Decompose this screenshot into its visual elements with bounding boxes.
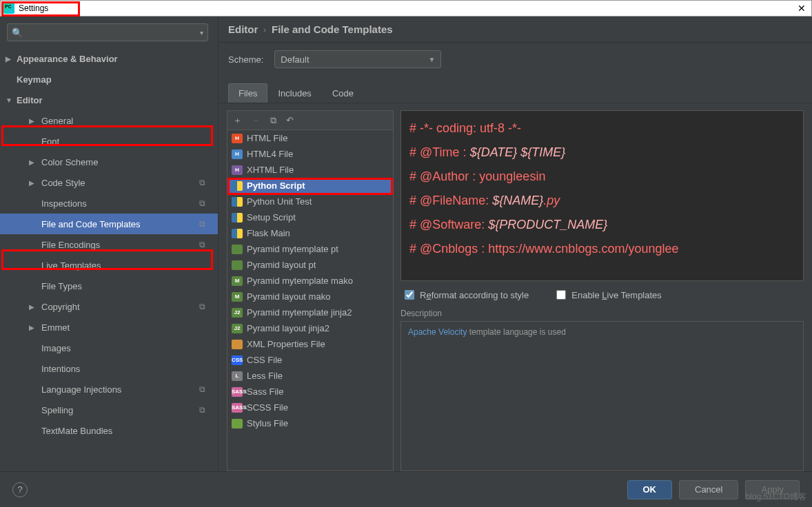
file-item-label: Pyramid layout mako [247, 291, 330, 302]
file-type-icon: H [232, 149, 243, 159]
sidebar-item-label: Spelling [41, 405, 73, 415]
sidebar-item[interactable]: TextMate Bundles [0, 420, 218, 441]
tab-includes[interactable]: Includes [267, 83, 321, 103]
sidebar-item[interactable]: Language Injections⧉ [0, 379, 218, 400]
sidebar-item-label: Language Injections [41, 384, 121, 395]
reformat-checkbox-input[interactable] [405, 290, 414, 300]
template-file-item[interactable]: XML Properties File [227, 336, 393, 352]
arrow-icon: ▶ [6, 55, 14, 63]
file-item-label: SCSS File [247, 402, 288, 413]
cancel-button[interactable]: Cancel [679, 480, 738, 499]
enable-live-templates-checkbox[interactable]: Enable Live Templates [556, 290, 662, 300]
sidebar-item-label: Font [41, 136, 59, 147]
sidebar-item-label: Inspections [41, 198, 87, 209]
template-file-item[interactable]: J2Pyramid layout jinja2 [227, 320, 393, 336]
template-file-item[interactable]: Stylus File [227, 415, 393, 431]
file-type-icon [232, 213, 243, 223]
file-type-icon: J2 [232, 324, 243, 333]
description-label: Description [400, 309, 804, 318]
template-file-item[interactable]: Flask Main [227, 225, 393, 241]
file-item-label: Sass File [247, 386, 283, 397]
file-type-icon [232, 229, 243, 238]
file-type-icon [232, 181, 243, 191]
project-badge-icon: ⧉ [199, 178, 205, 187]
file-type-icon [232, 419, 243, 428]
sidebar-item-label: Live Templates [41, 260, 101, 271]
template-code-editor[interactable]: # -*- coding: utf-8 -*- # @Time : ${DATE… [400, 110, 804, 281]
code-var: ${PRODUCT_NAME} [485, 218, 607, 231]
search-icon: 🔍 [12, 28, 23, 38]
template-file-item[interactable]: Pyramid mytemplate pt [227, 241, 393, 257]
template-file-item[interactable]: LLess File [227, 368, 393, 384]
sidebar-item[interactable]: File Encodings⧉ [0, 234, 218, 255]
sidebar-item[interactable]: ▶General [0, 110, 218, 131]
template-file-list[interactable]: HHTML FileHHTML4 FileHXHTML FilePython S… [227, 130, 393, 470]
sidebar-item[interactable]: ▶Color Scheme [0, 152, 218, 172]
sidebar-item-label: Intentions [41, 364, 80, 374]
title-bar: Settings ✕ [0, 0, 812, 17]
sidebar-item[interactable]: ▶Code Style⧉ [0, 172, 218, 193]
ok-button[interactable]: OK [627, 480, 673, 499]
sidebar-item[interactable]: ▶Appearance & Behavior [0, 48, 218, 69]
template-file-item[interactable]: Python Unit Test [227, 194, 393, 209]
sidebar-item[interactable]: Inspections⧉ [0, 193, 218, 214]
scheme-value: Default [281, 54, 309, 65]
arrow-icon: ▶ [29, 158, 34, 166]
template-file-item[interactable]: HXHTML File [227, 162, 393, 178]
template-file-item[interactable]: MPyramid mytemplate mako [227, 273, 393, 289]
sidebar-item[interactable]: Spelling⧉ [0, 400, 218, 420]
template-file-item[interactable]: MPyramid layout mako [227, 289, 393, 304]
apache-velocity-link[interactable]: Apache Velocity [408, 327, 467, 337]
template-file-item[interactable]: SASSSass File [227, 384, 393, 400]
sidebar-item-label: Copyright [41, 302, 80, 312]
template-file-item[interactable]: Pyramid layout pt [227, 257, 393, 273]
tab-code[interactable]: Code [322, 83, 364, 103]
arrow-icon: ▶ [29, 179, 34, 187]
apply-button[interactable]: Apply [745, 480, 800, 499]
help-button[interactable]: ? [12, 482, 28, 497]
file-item-label: HTML4 File [247, 149, 293, 159]
enable-live-checkbox-input[interactable] [556, 290, 566, 300]
template-file-item[interactable]: Setup Script [227, 209, 393, 225]
sidebar-item[interactable]: ▶Copyright⧉ [0, 296, 218, 317]
file-type-icon [232, 340, 243, 349]
scheme-select[interactable]: Default ▼ [274, 50, 441, 68]
sidebar-item[interactable]: Images [0, 338, 218, 358]
window-title: Settings [19, 3, 48, 13]
search-input[interactable]: 🔍 ▾ [7, 23, 208, 41]
sidebar-item[interactable]: File and Code Templates⧉ [0, 214, 218, 234]
template-file-item[interactable]: HHTML4 File [227, 146, 393, 162]
arrow-icon: ▼ [6, 96, 14, 104]
sidebar-item[interactable]: ▼Editor [0, 90, 218, 110]
close-icon[interactable]: ✕ [798, 3, 806, 14]
remove-icon[interactable]: － [252, 114, 261, 127]
file-toolbar: ＋ － ⧉ ↶ [227, 111, 393, 130]
undo-icon[interactable]: ↶ [286, 115, 294, 125]
sidebar-item[interactable]: Intentions [0, 358, 218, 379]
file-item-label: Pyramid layout jinja2 [247, 323, 329, 333]
scheme-label: Scheme: [228, 54, 263, 65]
code-line: # -*- coding: utf-8 -*- [409, 121, 521, 135]
template-file-item[interactable]: Python Script [227, 178, 393, 194]
sidebar-item[interactable]: Keymap [0, 69, 218, 90]
add-icon[interactable]: ＋ [233, 114, 242, 127]
template-file-item[interactable]: CSSCSS File [227, 352, 393, 368]
code-line: # @Time : [409, 145, 467, 159]
template-file-item[interactable]: J2Pyramid mytemplate jinja2 [227, 304, 393, 320]
sidebar-item[interactable]: Live Templates [0, 255, 218, 276]
sidebar-item-label: Code Style [41, 178, 85, 188]
sidebar-item[interactable]: Font [0, 131, 218, 152]
settings-tree[interactable]: ▶Appearance & BehaviorKeymap▼Editor▶Gene… [0, 45, 218, 471]
sidebar-item[interactable]: File Types [0, 276, 218, 296]
reformat-checkbox[interactable]: Reformat according to style [405, 290, 529, 300]
code-var: ${NAME} [489, 194, 543, 207]
copy-icon[interactable]: ⧉ [270, 115, 276, 126]
dialog-footer: ? OK Cancel Apply [0, 471, 812, 507]
sidebar-item-label: File Encodings [41, 240, 100, 250]
template-file-item[interactable]: HHTML File [227, 130, 393, 146]
description-box[interactable]: Apache Velocity template language is use… [400, 321, 804, 471]
sidebar-item[interactable]: ▶Emmet [0, 317, 218, 338]
file-type-icon: M [232, 276, 243, 286]
template-file-item[interactable]: SASSSCSS File [227, 400, 393, 415]
tab-files[interactable]: Files [228, 83, 267, 103]
